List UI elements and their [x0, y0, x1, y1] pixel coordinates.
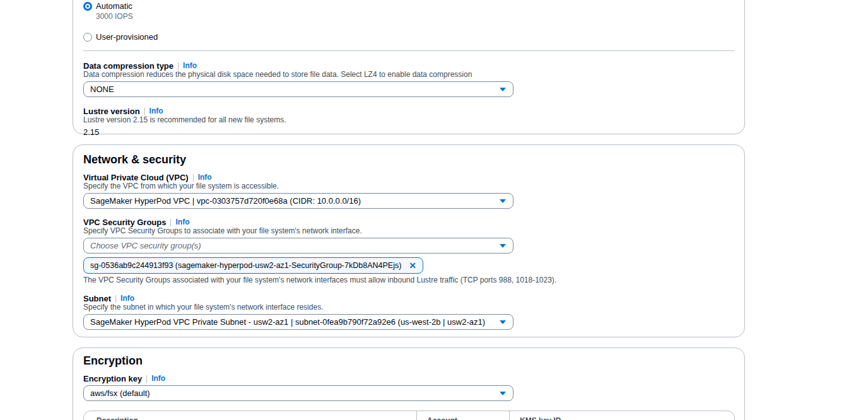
lustre-description: Lustre version 2.15 is recommended for a… [83, 116, 734, 124]
subnet-description: Specify the subnet in which your file sy… [83, 303, 734, 312]
vpc-label-row: Virtual Private Cloud (VPC) Info [83, 173, 734, 182]
security-groups-select[interactable]: Choose VPC security group(s) [83, 238, 513, 254]
compression-info-link[interactable]: Info [183, 61, 197, 71]
chevron-down-icon [500, 320, 506, 324]
radio-option-label: Automatic [96, 1, 132, 11]
security-groups-info-link[interactable]: Info [175, 218, 189, 227]
radio-selected-icon[interactable] [83, 2, 92, 11]
encryption-title: Encryption [83, 354, 734, 367]
kms-table-header-kms-key-id: KMS key ID [509, 411, 734, 420]
chevron-down-icon [500, 244, 506, 248]
security-groups-label: VPC Security Groups [83, 218, 166, 227]
vpc-select-value: SageMaker HyperPod VPC | vpc-0303757d720… [90, 196, 361, 206]
subnet-select-value: SageMaker HyperPod VPC Private Subnet - … [90, 317, 485, 327]
radio-option-label: User-provisioned [96, 32, 158, 42]
subnet-label: Subnet [83, 294, 111, 303]
subnet-info-link[interactable]: Info [120, 294, 134, 303]
radio-unselected-icon[interactable] [83, 33, 92, 42]
security-group-token-label: sg-0536ab9c244913f93 (sagemaker-hyperpod… [90, 261, 401, 270]
encryption-key-label: Encryption key [83, 374, 142, 383]
radio-option-user-provisioned[interactable]: User-provisioned [83, 32, 734, 42]
label-separator [146, 375, 147, 383]
label-separator [170, 219, 171, 226]
security-groups-description: Specify VPC Security Groups to associate… [83, 227, 734, 235]
compression-label: Data compression type [83, 61, 173, 71]
kms-key-table: Description Account KMS key ID [83, 411, 735, 420]
radio-option-sublabel: 3000 IOPS [96, 13, 734, 20]
vpc-info-link[interactable]: Info [198, 173, 212, 182]
label-separator [178, 62, 179, 70]
compression-label-row: Data compression type Info [83, 61, 734, 71]
label-separator [144, 108, 145, 115]
encryption-key-info-link[interactable]: Info [151, 374, 165, 383]
subnet-select[interactable]: SageMaker HyperPod VPC Private Subnet - … [83, 314, 513, 330]
network-security-title: Network & security [83, 153, 734, 166]
compression-select[interactable]: NONE [83, 81, 513, 97]
chevron-down-icon [500, 392, 506, 395]
page: Automatic 3000 IOPS User-provisioned Dat… [0, 0, 868, 420]
encryption-key-select[interactable]: aws/fsx (default) [83, 385, 513, 401]
security-group-token: sg-0536ab9c244913f93 (sagemaker-hyperpod… [83, 257, 423, 274]
token-dismiss-icon[interactable]: ✕ [409, 261, 416, 270]
compression-description: Data compression reduces the physical di… [83, 71, 734, 79]
encryption-key-label-row: Encryption key Info [83, 374, 734, 383]
section-divider [83, 50, 734, 51]
radio-option-automatic[interactable]: Automatic [83, 1, 734, 11]
security-groups-placeholder: Choose VPC security group(s) [90, 241, 201, 250]
chevron-down-icon [500, 88, 506, 91]
subnet-label-row: Subnet Info [83, 294, 734, 303]
card-file-system-options: Automatic 3000 IOPS User-provisioned Dat… [73, 0, 745, 134]
lustre-version-label: Lustre version [83, 107, 140, 116]
vpc-label: Virtual Private Cloud (VPC) [83, 173, 189, 182]
card-network-security: Network & security Virtual Private Cloud… [73, 144, 745, 337]
card-encryption: Encryption Encryption key Info aws/fsx (… [73, 347, 745, 420]
security-groups-label-row: VPC Security Groups Info [83, 218, 734, 227]
encryption-key-select-value: aws/fsx (default) [90, 388, 150, 398]
kms-table-header-description: Description [84, 411, 416, 420]
label-separator [115, 295, 116, 303]
compression-select-value: NONE [90, 85, 114, 94]
chevron-down-icon [500, 199, 506, 203]
kms-table-header-account: Account [416, 411, 509, 420]
lustre-info-link[interactable]: Info [150, 107, 163, 116]
lustre-label-row: Lustre version Info [83, 107, 734, 116]
lustre-version-value: 2.15 [83, 127, 734, 137]
security-groups-constraint: The VPC Security Groups associated with … [83, 276, 734, 284]
vpc-description: Specify the VPC from which your file sys… [83, 182, 734, 190]
vpc-select[interactable]: SageMaker HyperPod VPC | vpc-0303757d720… [83, 193, 513, 209]
label-separator [193, 174, 194, 182]
